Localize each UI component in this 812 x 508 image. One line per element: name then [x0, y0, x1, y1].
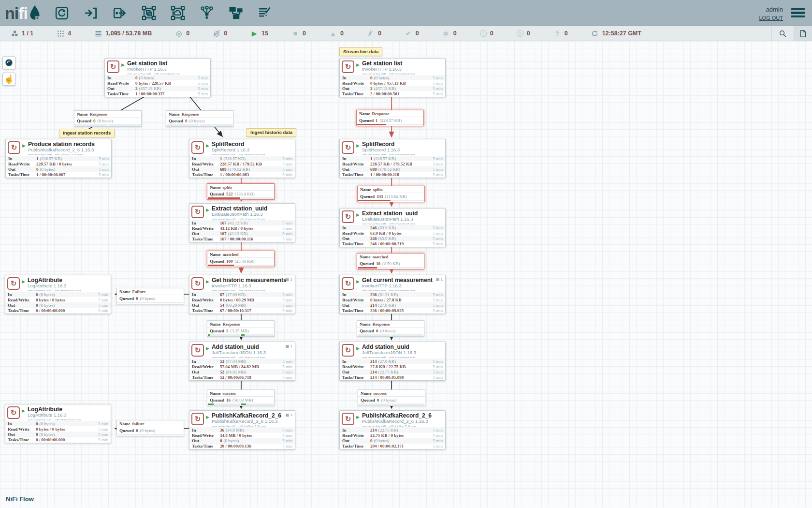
connection-label[interactable]: Name Response Queued 1 (228.57 KB): [356, 110, 424, 126]
processor-node[interactable]: ↻ ▶ Get station list InvokeHTTP 1.16.3 o…: [104, 58, 211, 97]
process-group-icon[interactable]: [141, 5, 157, 21]
stat-row: Tasks/Time204 / 00:00:02.1715 min: [340, 444, 445, 449]
connection-label[interactable]: Name Response Queued 0 (0 bytes): [357, 320, 424, 337]
funnel-icon[interactable]: [199, 5, 215, 21]
flow-label[interactable]: Ingest historic data: [246, 128, 296, 137]
backpressure-bars: [167, 124, 232, 126]
processor-node[interactable]: ↻ ▶ Get historic measurements InvokeHTTP…: [189, 275, 295, 314]
processor-node[interactable]: ↻ ▶ Produce station records PublishKafka…: [5, 139, 112, 178]
stat-row: In52(57.04 MB)5 min: [189, 359, 295, 364]
stat-value: 228.57 KB / 179.52 KB: [370, 162, 412, 166]
connection-label[interactable]: Name Response Queued 0 (0 bytes): [74, 110, 142, 127]
stat-window: 5 min: [282, 231, 292, 236]
operate-palette-button[interactable]: ☝: [2, 73, 15, 86]
stat-window: 5 min: [98, 421, 108, 426]
stat-label: Tasks/Time: [342, 172, 370, 177]
connection-label[interactable]: Name Response Queued 2 (3.25 MB): [207, 320, 275, 337]
backpressure-bars: [357, 124, 423, 125]
running-icon: ▶: [22, 408, 25, 420]
stat-window: 5 min: [433, 225, 443, 230]
processor-bundle: org.apache.nifi - nifi-kafka-2-6-nar: [212, 424, 281, 427]
backpressure-bars: [208, 197, 274, 199]
running-icon: ▶: [356, 62, 360, 75]
connection-queued-size: (0 bytes): [98, 119, 113, 123]
stat-value: 0 bytes / 457.13 KB: [370, 81, 406, 86]
stat-label: In: [8, 156, 36, 161]
search-button[interactable]: [771, 26, 794, 41]
running-icon: ▶: [206, 415, 209, 427]
processor-node[interactable]: ↻ ▶ Extract station_uuid EvaluateJsonPat…: [339, 208, 446, 247]
pull-out-panel-button[interactable]: [794, 26, 812, 41]
connection-label[interactable]: Name failure Queued 0 (0 bytes): [116, 420, 184, 436]
running-icon: ▶: [206, 143, 209, 155]
input-port-icon[interactable]: [83, 5, 99, 21]
processor-type-icon: ↻: [7, 406, 20, 419]
connection-label[interactable]: Name splits Queued 443 (115.62 KB): [357, 186, 425, 202]
stat-value: 63.9 KB / 0 bytes: [370, 231, 402, 236]
connection-label[interactable]: Name success Queued 0 (0 bytes): [358, 389, 425, 406]
processor-node[interactable]: ↻ ▶ LogAttribute LogAttribute 1.16.3 org…: [5, 404, 111, 443]
processor-type: SplitRecord 1.16.3: [212, 148, 265, 153]
connection-name-value: matched: [373, 254, 389, 259]
stat-window: 5 min: [282, 308, 292, 313]
connection-name-key: Name: [119, 289, 130, 294]
connection-label[interactable]: Name matched Queued 100 (25.43 KB): [207, 251, 275, 267]
processor-name: Get current measurement: [362, 277, 433, 284]
connection-label[interactable]: Name Response Queued 0 (0 bytes): [166, 110, 233, 127]
remote-process-group-icon[interactable]: [170, 5, 186, 21]
processor-node[interactable]: ↻ ▶ PublishKafkaRecord_2_6 PublishKafkaR…: [339, 410, 446, 449]
connection-label[interactable]: Name success Queued 16 (50.03 MB): [207, 389, 275, 406]
stat-window: 5 min: [433, 231, 443, 236]
processor-node[interactable]: ↻ ▶ SplitRecord SplitRecord 1.16.3 org.a…: [339, 139, 446, 178]
stat-detail: (0 bytes): [374, 438, 390, 443]
processor-type: JoltTransformJSON 1.16.3: [212, 350, 266, 356]
processor-node[interactable]: ↻ ▶ SplitRecord SplitRecord 1.16.3 org.a…: [189, 139, 295, 178]
processor-node[interactable]: ↻ ▶ PublishKafkaRecord_2_6 PublishKafkaR…: [189, 410, 295, 449]
processor-header: ↻ ▶ SplitRecord SplitRecord 1.16.3 org.a…: [340, 139, 445, 156]
processor-node[interactable]: ↻ ▶ Get current measurement InvokeHTTP 1…: [339, 275, 446, 314]
processor-node[interactable]: ↻ ▶ Extract station_uuid EvaluateJsonPat…: [189, 203, 295, 242]
output-port-icon[interactable]: [112, 5, 128, 21]
flow-label[interactable]: Stream live-data: [339, 47, 382, 56]
connection-name-key: Name: [210, 185, 221, 190]
connection-name-value: success: [223, 391, 236, 396]
processor-icon[interactable]: [54, 5, 70, 21]
processor-node[interactable]: ↻ ▶ Add station_uuid JoltTransformJSON 1…: [339, 342, 446, 381]
global-menu-icon[interactable]: [791, 7, 805, 19]
processor-type-icon: ↻: [342, 277, 354, 290]
stat-value: 22.75 KB / 0 bytes: [370, 433, 404, 438]
navigate-palette-button[interactable]: [2, 56, 15, 69]
stat-detail: (60.29 MB): [226, 303, 246, 308]
logout-link[interactable]: LOG OUT: [759, 15, 783, 22]
last-refreshed[interactable]: 12:58:27 GMT: [591, 30, 641, 37]
flow-canvas[interactable]: ☝ Stream live-dataIngest station records…: [0, 41, 812, 508]
breadcrumb[interactable]: NiFi Flow: [6, 495, 34, 503]
object-backpressure-bar: [208, 334, 240, 336]
processor-name: SplitRecord: [362, 141, 415, 148]
stat-window: 5 min: [282, 359, 292, 364]
connection-queued-count: 443: [377, 194, 383, 199]
processor-type: EvaluateJsonPath 1.16.3: [362, 217, 418, 222]
connection-label[interactable]: Name splits Queued 522 (136.4 KB): [207, 183, 275, 200]
size-backpressure-bar: [241, 334, 274, 336]
stat-label: In: [192, 428, 220, 433]
stat-detail: (228.57 KB): [40, 156, 62, 161]
processor-node[interactable]: ↻ ▶ Get station list InvokeHTTP 1.16.3 o…: [339, 58, 446, 97]
flow-label[interactable]: Ingest station records: [59, 129, 115, 137]
backpressure-bars: [208, 334, 274, 336]
label-icon[interactable]: [257, 5, 273, 21]
connection-label[interactable]: Name matched Queued 10 (2.59 KB): [357, 253, 424, 269]
stat-window: 5 min: [99, 162, 109, 166]
refresh-icon[interactable]: [591, 30, 599, 37]
processor-stats: In0(0 bytes)5 minRead/Write0 bytes / 457…: [340, 75, 445, 97]
processor-bundle: org.apache.nifi - nifi-kafka-2-6-nar: [28, 153, 95, 155]
processor-node[interactable]: ↻ ▶ LogAttribute LogAttribute 1.16.3 org…: [5, 275, 111, 314]
template-icon[interactable]: [228, 5, 244, 21]
stat-window: 5 min: [198, 75, 208, 80]
processor-node[interactable]: ↻ ▶ Add station_uuid JoltTransformJSON 1…: [189, 342, 295, 381]
stat-detail: (179.52 KB): [378, 167, 401, 172]
stat-detail: (84.82 MB): [226, 370, 246, 374]
connection-label[interactable]: Name Failure Queued 0 (0 bytes): [116, 288, 184, 304]
stat-detail: (179.52 KB): [228, 167, 250, 172]
running-icon: ▶: [22, 279, 25, 291]
